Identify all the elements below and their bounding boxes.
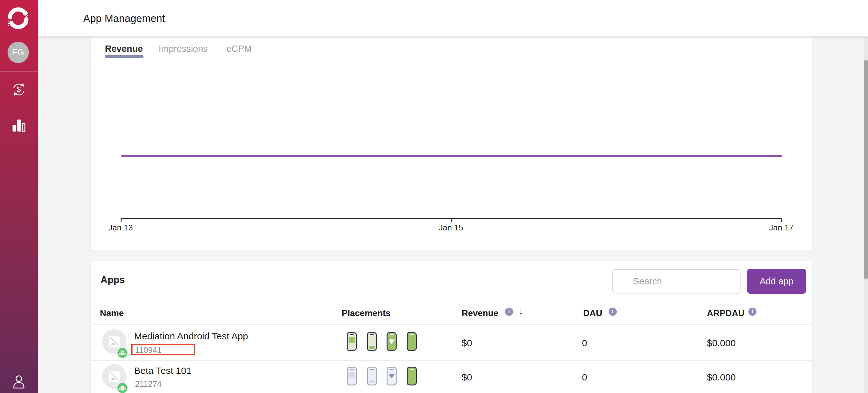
user-profile-icon	[11, 375, 26, 389]
svg-text:$: $	[17, 86, 21, 94]
user-avatar[interactable]: FG	[7, 42, 29, 63]
android-platform-icon	[118, 383, 127, 393]
offerwall-placement-icon	[407, 367, 417, 386]
sidebar: FG $	[0, 0, 38, 393]
table-header-bottom-border	[91, 324, 812, 325]
dau-info-icon[interactable]: i	[609, 307, 617, 316]
reports-bar-chart-icon	[11, 117, 26, 132]
row-divider	[91, 360, 812, 361]
revenue-value: $0	[462, 338, 472, 349]
sidebar-divider	[0, 71, 38, 72]
column-header-dau[interactable]: DAU	[583, 308, 602, 318]
column-header-placements[interactable]: Placements	[342, 308, 391, 318]
dau-value: 0	[582, 372, 587, 383]
offerwall-placement-icon	[407, 332, 417, 351]
rewarded-video-placement-icon	[386, 367, 397, 386]
x-axis-label: Jan 17	[756, 223, 806, 233]
apps-table-card: Apps Add app Name Placements Revenue i ↓…	[91, 261, 812, 393]
banner-placement-icon	[367, 367, 377, 386]
column-header-revenue[interactable]: Revenue	[462, 308, 498, 318]
banner-placement-icon	[367, 332, 377, 351]
arpdau-value: $0.000	[707, 372, 736, 383]
revenue-info-icon[interactable]: i	[505, 307, 513, 316]
search-input[interactable]	[612, 269, 741, 294]
app-name-link[interactable]: Beta Test 101	[134, 365, 192, 376]
arpdau-value: $0.000	[707, 338, 736, 349]
placements-cell	[347, 332, 428, 352]
x-axis-tick	[781, 218, 782, 222]
revenue-line-series	[121, 155, 782, 157]
x-axis-tick	[451, 218, 452, 222]
placements-cell	[347, 367, 428, 387]
x-axis-label: Jan 15	[426, 223, 476, 233]
brand-logo[interactable]	[7, 7, 30, 30]
add-app-button[interactable]: Add app	[747, 269, 806, 294]
sidebar-item-reports[interactable]	[0, 110, 38, 139]
revenue-value: $0	[462, 372, 472, 383]
annotation-highlight-box	[131, 344, 195, 355]
app-id: 211274	[135, 379, 162, 389]
rewarded-video-placement-icon	[386, 332, 397, 351]
tab-impressions[interactable]: Impressions	[159, 44, 208, 54]
page-title: App Management	[83, 12, 165, 25]
apps-section-title: Apps	[100, 274, 125, 286]
scrollbar-thumb[interactable]	[864, 60, 868, 280]
tab-ecpm[interactable]: eCPM	[226, 44, 252, 54]
sidebar-item-profile[interactable]	[0, 370, 38, 393]
app-management-screen: App Management FG $	[0, 0, 868, 393]
top-header-bar: App Management	[38, 0, 868, 37]
interstitial-placement-icon	[347, 332, 357, 351]
sidebar-item-monetization[interactable]: $	[0, 75, 38, 104]
tab-revenue[interactable]: Revenue	[105, 44, 143, 54]
app-name-link[interactable]: Mediation Android Test App	[134, 331, 248, 341]
dau-value: 0	[582, 338, 587, 349]
performance-chart-card: Revenue Impressions eCPM Jan 13 Jan 15 J…	[91, 37, 812, 251]
x-axis-label: Jan 13	[95, 223, 146, 233]
x-axis-tick	[121, 218, 122, 222]
monetization-refresh-icon: $	[11, 81, 27, 97]
table-header-top-border	[91, 301, 812, 301]
arpdau-info-icon[interactable]: i	[748, 307, 756, 316]
interstitial-placement-icon	[347, 367, 357, 386]
sort-descending-icon[interactable]: ↓	[519, 306, 523, 317]
android-platform-icon	[118, 348, 127, 358]
column-header-name[interactable]: Name	[100, 308, 124, 318]
active-tab-underline	[105, 55, 144, 58]
brand-logo-icon	[7, 7, 30, 30]
column-header-arpdau[interactable]: ARPDAU	[707, 308, 745, 318]
